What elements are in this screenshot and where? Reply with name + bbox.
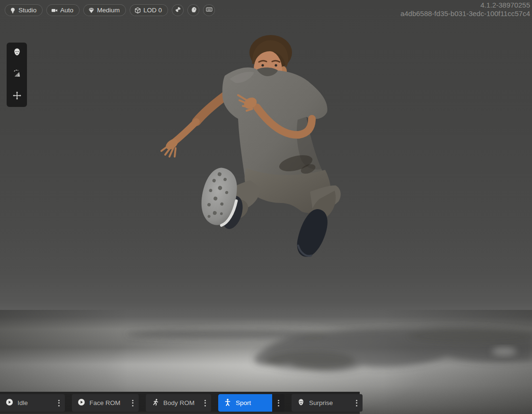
play-circle-icon (6, 398, 13, 408)
tab-surprise: Surprise (292, 394, 363, 412)
keyboard-shortcuts-button[interactable] (203, 4, 215, 16)
asset-id-label: a4db6588-fd35-b031-3edc-100f11cc57c4 (400, 9, 530, 18)
tab-surprise-menu-button[interactable] (350, 394, 363, 412)
tab-face-rom-menu-button[interactable] (126, 394, 139, 412)
face-icon (297, 398, 305, 408)
studio-lighting-button[interactable]: Studio (5, 4, 43, 16)
lod-button-label: LOD 0 (143, 7, 162, 14)
runner-icon (151, 398, 159, 408)
cube-lod-icon (134, 7, 141, 14)
head-profile-icon (190, 6, 197, 15)
person-standing-icon (224, 398, 231, 408)
tab-idle: Idle (0, 394, 65, 412)
tab-idle-label: Idle (18, 399, 28, 406)
tab-face-rom-button[interactable]: Face ROM (72, 394, 126, 412)
tab-surprise-button[interactable]: Surprise (292, 394, 350, 412)
auto-button-label: Auto (60, 7, 73, 14)
orbit-rotate-button[interactable] (10, 68, 24, 81)
kebab-menu-icon (58, 400, 60, 406)
tab-body-rom-button[interactable]: Body ROM (146, 394, 199, 412)
kebab-menu-icon (356, 400, 357, 406)
tab-sport-label: Sport (236, 399, 251, 406)
tab-sport-menu-button[interactable] (272, 394, 284, 412)
tab-face-rom-label: Face ROM (89, 399, 120, 406)
keyboard-shortcuts-icon (206, 6, 213, 15)
top-toolbar: Studio Auto Medium LOD 0 (5, 4, 215, 16)
play-circle-icon (78, 398, 85, 408)
metahuman-viewer-window: Studio Auto Medium LOD 0 (0, 0, 532, 414)
camera-auto-button[interactable]: Auto (46, 4, 80, 16)
gem-quality-icon (88, 7, 95, 14)
tab-body-rom: Body ROM (146, 394, 211, 412)
camera-icon (51, 7, 58, 14)
studio-button-label: Studio (18, 7, 36, 14)
kebab-menu-icon (204, 400, 206, 406)
tab-body-rom-label: Body ROM (163, 399, 195, 406)
face-focus-button[interactable] (10, 46, 24, 60)
tab-body-rom-menu-button[interactable] (199, 394, 211, 412)
bone-rig-button[interactable] (172, 4, 184, 16)
tab-sport-button[interactable]: Sport (218, 394, 272, 412)
face-focus-icon (12, 47, 22, 59)
medium-button-label: Medium (97, 7, 120, 14)
build-info: 4.1.2-38970255 a4db6588-fd35-b031-3edc-1… (400, 1, 530, 18)
move-pan-button[interactable] (10, 90, 24, 103)
head-preview-button[interactable] (187, 4, 199, 16)
kebab-menu-icon (278, 400, 279, 406)
lightbulb-icon (9, 7, 16, 14)
tab-face-rom: Face ROM (72, 394, 139, 412)
orbit-rotate-icon (12, 69, 22, 80)
kebab-menu-icon (132, 400, 133, 406)
move-pan-icon (12, 91, 22, 102)
quality-medium-button[interactable]: Medium (83, 4, 126, 16)
version-label: 4.1.2-38970255 (400, 1, 530, 9)
viewport-toolbar (7, 43, 27, 107)
animation-bar: Idle Face ROM Body ROM (0, 392, 360, 414)
tab-idle-button[interactable]: Idle (0, 394, 53, 412)
tab-idle-menu-button[interactable] (53, 394, 65, 412)
tab-sport: Sport (218, 394, 284, 412)
bone-rig-icon (175, 6, 181, 15)
lod-0-button[interactable]: LOD 0 (130, 4, 168, 16)
tab-surprise-label: Surprise (309, 399, 333, 406)
